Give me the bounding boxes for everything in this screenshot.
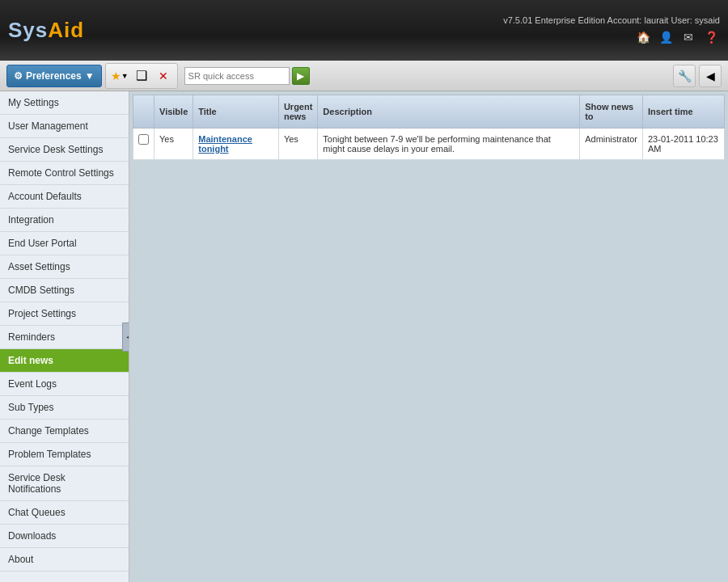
sidebar-item-reminders[interactable]: Reminders bbox=[0, 326, 129, 349]
sidebar-item-edit-news[interactable]: Edit news bbox=[0, 349, 129, 373]
sidebar-item-about[interactable]: About bbox=[0, 548, 129, 571]
sidebar-item-cmdb-settings[interactable]: CMDB Settings bbox=[0, 279, 129, 302]
delete-icon: ✕ bbox=[159, 70, 168, 82]
version-info: v7.5.01 Enterprise Edition Account: laur… bbox=[503, 15, 720, 25]
header-right: v7.5.01 Enterprise Edition Account: laur… bbox=[503, 15, 720, 46]
col-checkbox bbox=[133, 95, 154, 129]
sidebar-item-sub-types[interactable]: Sub Types bbox=[0, 396, 129, 420]
help-icon[interactable]: ❓ bbox=[702, 28, 720, 46]
sidebar-item-event-logs[interactable]: Event Logs bbox=[0, 373, 129, 396]
sidebar-item-service-desk-settings[interactable]: Service Desk Settings bbox=[0, 138, 129, 162]
back-icon: ◀ bbox=[706, 70, 715, 82]
toolbar: ⚙ Preferences ▼ ★ ▼ ❑ ✕ ▶ 🔧 ◀ bbox=[0, 61, 728, 91]
preferences-label: Preferences bbox=[26, 70, 82, 82]
star-button[interactable]: ★ ▼ bbox=[110, 66, 129, 86]
copy-button[interactable]: ❑ bbox=[132, 66, 151, 86]
mail-icon[interactable]: ✉ bbox=[679, 28, 697, 46]
header: SysAid v7.5.01 Enterprise Edition Accoun… bbox=[0, 0, 728, 61]
col-insert-time: Insert time bbox=[642, 95, 724, 129]
row-insert-time: 23-01-2011 10:23 AM bbox=[642, 129, 724, 160]
star-icon: ★ bbox=[111, 70, 121, 82]
row-urgent-news: Yes bbox=[278, 129, 317, 160]
user-icon[interactable]: 👤 bbox=[657, 28, 675, 46]
settings-icon: 🔧 bbox=[678, 70, 692, 82]
logo-aid: Aid bbox=[48, 18, 84, 42]
table-body: YesMaintenance tonightYesTonight between… bbox=[133, 129, 725, 160]
row-title: Maintenance tonight bbox=[193, 129, 279, 160]
sidebar-item-change-templates[interactable]: Change Templates bbox=[0, 420, 129, 443]
row-visible: Yes bbox=[154, 129, 193, 160]
header-icons: 🏠 👤 ✉ ❓ bbox=[634, 28, 720, 46]
back-button[interactable]: ◀ bbox=[699, 65, 722, 87]
sr-go-button[interactable]: ▶ bbox=[292, 67, 310, 85]
sidebar-item-end-user-portal[interactable]: End User Portal bbox=[0, 232, 129, 255]
sidebar-item-my-settings[interactable]: My Settings bbox=[0, 91, 129, 115]
sidebar-item-project-settings[interactable]: Project Settings bbox=[0, 302, 129, 326]
delete-button[interactable]: ✕ bbox=[154, 66, 173, 86]
table-header: Visible Title Urgentnews Description Sho… bbox=[133, 95, 725, 129]
star-dropdown-icon: ▼ bbox=[121, 72, 129, 80]
row-checkbox[interactable] bbox=[138, 134, 149, 145]
toolbar-right: 🔧 ◀ bbox=[673, 65, 722, 87]
home-icon[interactable]: 🏠 bbox=[634, 28, 652, 46]
toolbar-actions: ★ ▼ ❑ ✕ bbox=[105, 63, 178, 89]
main-layout: My SettingsUser ManagementService Desk S… bbox=[0, 91, 728, 582]
col-title: Title bbox=[193, 95, 279, 129]
sidebar-item-account-defaults[interactable]: Account Defaults bbox=[0, 185, 129, 209]
sidebar-item-service-desk-notifications[interactable]: Service Desk Notifications bbox=[0, 466, 129, 501]
copy-icon: ❑ bbox=[136, 68, 147, 83]
sidebar-item-downloads[interactable]: Downloads bbox=[0, 525, 129, 548]
col-description: Description bbox=[318, 95, 580, 129]
sidebar-item-user-management[interactable]: User Management bbox=[0, 115, 129, 138]
content-area: Visible Title Urgentnews Description Sho… bbox=[129, 91, 728, 582]
sidebar-item-asset-settings[interactable]: Asset Settings bbox=[0, 255, 129, 279]
sidebar-items: My SettingsUser ManagementService Desk S… bbox=[0, 91, 129, 571]
sr-search-area: ▶ bbox=[184, 67, 310, 85]
go-icon: ▶ bbox=[297, 70, 304, 82]
news-table-container: Visible Title Urgentnews Description Sho… bbox=[133, 95, 725, 160]
logo-text: SysAid bbox=[8, 18, 84, 43]
col-visible: Visible bbox=[154, 95, 193, 129]
table-row: YesMaintenance tonightYesTonight between… bbox=[133, 129, 725, 160]
col-urgent-news: Urgentnews bbox=[278, 95, 317, 129]
row-checkbox-cell bbox=[133, 129, 154, 160]
sidebar-item-problem-templates[interactable]: Problem Templates bbox=[0, 443, 129, 466]
news-table: Visible Title Urgentnews Description Sho… bbox=[133, 95, 725, 160]
settings-button[interactable]: 🔧 bbox=[673, 65, 696, 87]
sr-search-input[interactable] bbox=[184, 67, 290, 85]
sidebar-item-remote-control-settings[interactable]: Remote Control Settings bbox=[0, 162, 129, 185]
preferences-icon: ⚙ bbox=[14, 70, 23, 82]
row-title-link[interactable]: Maintenance tonight bbox=[198, 134, 252, 154]
preferences-dropdown-icon: ▼ bbox=[85, 70, 95, 82]
row-description: Tonight between 7-9 we'll be performing … bbox=[318, 129, 580, 160]
sidebar-item-chat-queues[interactable]: Chat Queues bbox=[0, 501, 129, 525]
logo-sys: Sys bbox=[8, 18, 48, 42]
row-show-news-to: Administrator bbox=[580, 129, 643, 160]
preferences-button[interactable]: ⚙ Preferences ▼ bbox=[6, 65, 102, 87]
col-show-news-to: Show newsto bbox=[580, 95, 643, 129]
logo: SysAid bbox=[8, 18, 84, 43]
sidebar-item-integration[interactable]: Integration bbox=[0, 209, 129, 232]
sidebar-collapse-button[interactable]: ◀ bbox=[122, 323, 129, 352]
table-header-row: Visible Title Urgentnews Description Sho… bbox=[133, 95, 725, 129]
sidebar: My SettingsUser ManagementService Desk S… bbox=[0, 91, 129, 582]
